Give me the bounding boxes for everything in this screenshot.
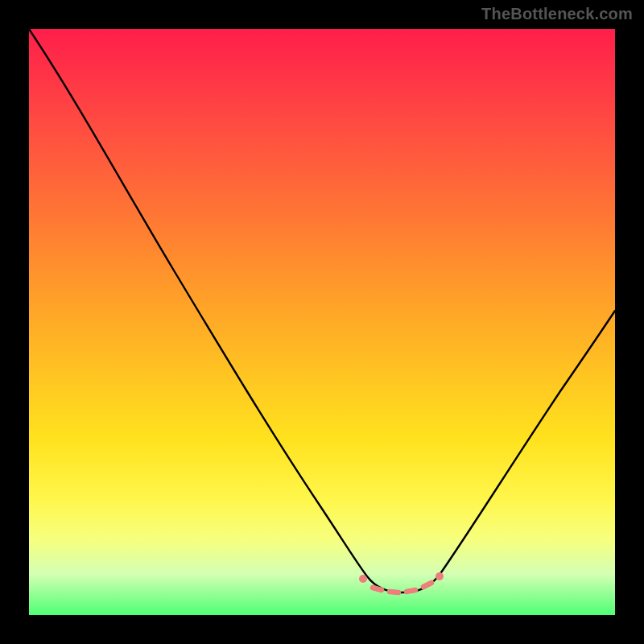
curve-svg [29,29,615,615]
highlight-end-dot [436,572,444,580]
plot-area [29,29,615,615]
highlight-dash-1 [373,588,382,590]
highlight-dash-2 [390,592,398,592]
bottleneck-curve [29,29,615,592]
highlight-dash-4 [423,583,431,587]
highlight-dash-3 [407,590,415,592]
chart-stage: TheBottleneck.com [0,0,644,644]
watermark-text: TheBottleneck.com [481,5,633,23]
highlight-start-dot [359,575,367,583]
